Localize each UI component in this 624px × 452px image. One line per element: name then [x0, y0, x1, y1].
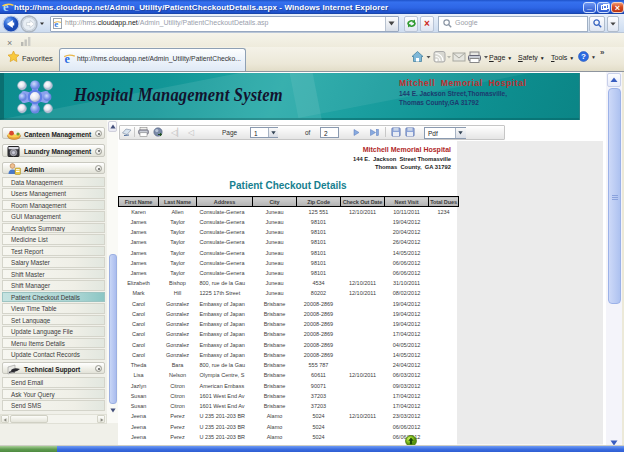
svg-text:e: e [65, 52, 71, 64]
svg-text:e: e [54, 19, 58, 29]
svg-text:e: e [3, 1, 9, 13]
svg-text:?: ? [581, 52, 586, 61]
